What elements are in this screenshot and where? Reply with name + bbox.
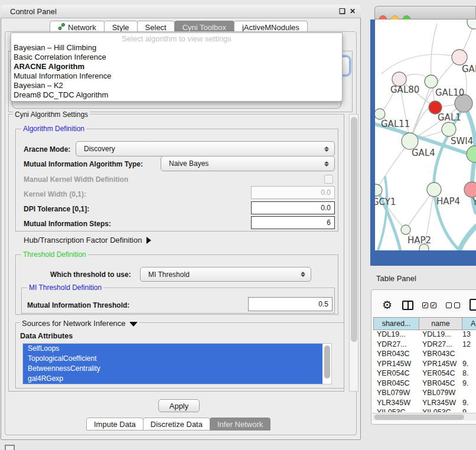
float-window-icon[interactable]: ❑ <box>339 7 345 15</box>
settings-scrollbar-thumb[interactable] <box>351 117 357 342</box>
network-node[interactable] <box>425 75 438 88</box>
network-node-label: SWI4 <box>451 136 473 146</box>
mi-algorithm-combobox[interactable]: Naive Bayes <box>161 156 335 171</box>
kernel-width-field[interactable]: 0.0 <box>251 186 335 199</box>
bottom-tab[interactable]: Discretize Data <box>143 418 210 431</box>
column-header-partial[interactable]: A <box>462 317 476 330</box>
bottom-tabs: Impute Data Discretize Data Infer Networ… <box>86 418 270 431</box>
column-header-name[interactable]: name <box>419 317 462 330</box>
cytoscape-app: Control Panel ❑ ✕ Network Style Select C… <box>0 0 476 450</box>
data-attribute-item[interactable]: gal4RGexp <box>23 374 322 384</box>
aracne-mode-value: Discovery <box>76 145 322 153</box>
close-window-icon[interactable]: ✕ <box>350 7 356 15</box>
network-canvas[interactable]: GALGAL80GAL10GAL11GAL1SWI4GAL4GCY1HAP4YH… <box>375 19 476 250</box>
network-node-label: GAL4 <box>412 148 435 158</box>
mi-threshold-field[interactable]: 0.5 <box>248 297 332 311</box>
data-attribute-item[interactable]: SelfLoops <box>23 344 322 354</box>
network-edge <box>382 54 459 74</box>
table-row[interactable]: YBL079W YBL079W <box>373 389 476 399</box>
data-attribute-item[interactable]: TopologicalCoefficient <box>23 354 322 364</box>
cell-shared-name: YLR345W <box>373 399 419 409</box>
network-icon <box>58 23 65 32</box>
dropdown-item[interactable]: ARACNE Algorithm <box>11 62 342 71</box>
table-row[interactable]: YPR145W YPR145W 9. <box>373 360 476 370</box>
bottom-tab[interactable]: Infer Network <box>210 418 270 431</box>
hub-definition-toggle[interactable]: Hub/Transcription Factor Definition <box>24 236 151 244</box>
unchecked-box-icon[interactable] <box>454 302 460 308</box>
kernel-width-label: Kernel Width (0,1): <box>24 190 86 198</box>
cell-shared-name: YER054C <box>373 369 419 379</box>
sources-toggle[interactable]: Sources for Network Inference <box>20 319 139 328</box>
table-row[interactable]: YBR045C YBR045C 9. <box>373 379 476 389</box>
dropdown-item[interactable]: Bayesian – K2 <box>11 81 342 90</box>
table-row[interactable]: YLR345W YLR345W 9. <box>373 399 476 409</box>
cell-name: YPR145W <box>419 360 462 370</box>
table-row[interactable]: YER054C YER054C 8. <box>373 369 476 379</box>
bottom-tab-label: Discretize Data <box>151 420 203 429</box>
which-threshold-combobox[interactable]: MI Threshold <box>140 267 311 282</box>
attributes-scrollbar-thumb[interactable] <box>324 345 330 379</box>
dropdown-item-label: Dream8 DC_TDC Algorithm <box>14 90 108 99</box>
bottom-tab[interactable]: Impute Data <box>86 418 144 431</box>
checked-box-icon[interactable]: ✓ <box>431 302 436 308</box>
table-row[interactable]: YDL19... YDL19... 13 <box>373 330 476 340</box>
mi-steps-field[interactable]: 6 <box>251 216 335 229</box>
network-node[interactable] <box>464 182 476 197</box>
network-node-label: Y <box>472 197 476 207</box>
dpi-tolerance-label: DPI Tolerance [0,1]: <box>24 205 89 213</box>
which-threshold-value: MI Threshold <box>141 270 299 279</box>
table-row[interactable]: YBR043C YBR043C <box>373 350 476 360</box>
network-graph: GALGAL80GAL10GAL11GAL1SWI4GAL4GCY1HAP4YH… <box>375 19 476 250</box>
network-node-label: GCY1 <box>375 197 396 207</box>
algorithm-definition-title: Algorithm Definition <box>21 125 86 133</box>
network-node[interactable] <box>401 225 410 234</box>
table-row[interactable]: YIL053C YIL053C 9 <box>373 408 476 412</box>
apply-button[interactable]: Apply <box>158 399 200 412</box>
dropdown-item-label: Bayesian – Hill Climbing <box>14 43 96 52</box>
network-node[interactable] <box>427 182 441 197</box>
mi-threshold-title: MI Threshold Definition <box>27 283 103 292</box>
dropdown-item[interactable]: Mutual Information Inference <box>11 71 342 81</box>
data-attribute-label: BetweennessCentrality <box>28 364 100 373</box>
cyni-settings-title: Cyni Algorithm Settings <box>13 110 90 119</box>
control-panel-titlebar[interactable]: Control Panel ❑ ✕ <box>1 5 361 18</box>
dropdown-item-label: ARACNE Algorithm <box>14 62 84 71</box>
column-header-shared-name[interactable]: shared... <box>373 317 419 330</box>
dpi-tolerance-field[interactable]: 0.0 <box>251 201 335 214</box>
settings-scrollbar[interactable] <box>349 114 358 392</box>
cell-value: 12 <box>462 340 475 350</box>
checked-box-icon[interactable]: ✓ <box>422 302 428 308</box>
dropdown-item[interactable]: Dream8 DC_TDC Algorithm <box>11 90 342 100</box>
cell-name: YBR045C <box>419 379 462 389</box>
cell-value: 9. <box>462 360 475 370</box>
table-row[interactable]: YDR27... YDR27... 12 <box>373 340 476 350</box>
algorithm-dropdown-list: Select algorithm to view settings Bayesi… <box>11 32 343 102</box>
network-window-titlebar[interactable] <box>374 6 476 19</box>
network-node[interactable] <box>467 19 476 29</box>
cell-value: 9 <box>462 408 475 412</box>
dropdown-item[interactable]: Basic Correlation Inference <box>11 53 342 62</box>
network-node[interactable] <box>375 109 385 119</box>
tab-label: Select <box>145 23 167 32</box>
data-attribute-item[interactable]: BetweennessCentrality <box>23 364 322 374</box>
network-node[interactable] <box>442 122 456 136</box>
cell-shared-name: YBR043C <box>373 350 419 360</box>
table-hscrollbar[interactable] <box>372 413 476 420</box>
aracne-mode-combobox[interactable]: Discovery <box>76 141 335 156</box>
mi-algorithm-value: Naive Bayes <box>161 159 322 168</box>
unchecked-box-icon[interactable] <box>446 302 452 308</box>
network-node[interactable] <box>375 184 382 196</box>
dock-panel-icon[interactable] <box>5 445 15 450</box>
network-node[interactable] <box>467 146 476 162</box>
column-layout-icon[interactable] <box>402 301 413 310</box>
table-hscrollbar-thumb[interactable] <box>374 415 464 420</box>
table-doc-icon[interactable] <box>470 299 476 311</box>
network-node[interactable] <box>452 50 467 65</box>
mi-threshold-label: Mutual Information Threshold: <box>27 301 129 309</box>
manual-kernel-checkbox[interactable] <box>324 175 333 184</box>
manual-kernel-label: Manual Kernel Width Definition <box>24 175 128 184</box>
gear-icon[interactable]: ⚙ <box>382 298 392 312</box>
dropdown-item[interactable]: Bayesian – Hill Climbing <box>11 43 342 53</box>
network-node[interactable] <box>402 133 418 149</box>
cell-value: 9. <box>462 399 475 409</box>
